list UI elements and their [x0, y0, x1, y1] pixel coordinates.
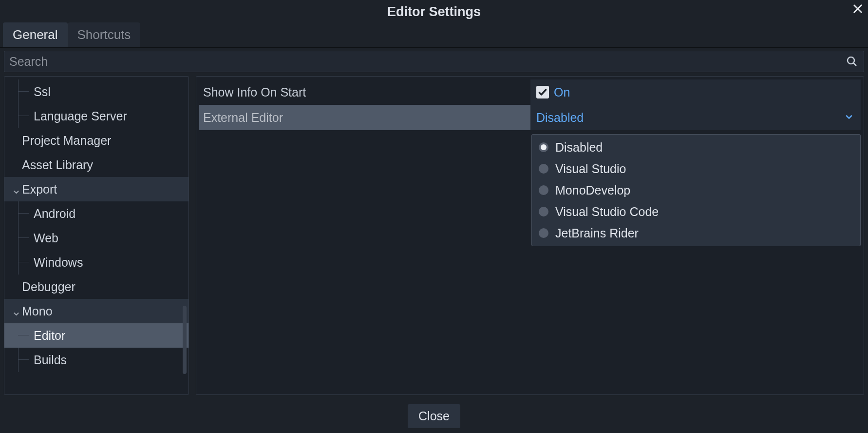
dropdown-option-monodevelop[interactable]: MonoDevelop — [532, 179, 860, 201]
chevron-down-icon: ⌄ — [11, 182, 21, 197]
option-label: Visual Studio Code — [555, 205, 659, 219]
radio-icon — [539, 164, 548, 174]
radio-icon — [539, 228, 548, 238]
sidebar-item-web[interactable]: Web — [4, 226, 189, 250]
sidebar-item-project-manager[interactable]: Project Manager — [4, 128, 189, 153]
radio-icon — [539, 142, 548, 152]
dropdown-option-disabled[interactable]: Disabled — [532, 137, 860, 158]
svg-line-3 — [853, 63, 856, 66]
sidebar-item-label: Builds — [34, 353, 67, 367]
dropdown-option-visual-studio-code[interactable]: Visual Studio Code — [532, 201, 860, 222]
radio-icon — [539, 207, 548, 216]
sidebar-item-label: Export — [22, 182, 57, 197]
prop-external-editor: External Editor Disabled — [199, 105, 861, 130]
checkbox-label: On — [554, 85, 570, 99]
prop-value-checkbox[interactable]: On — [530, 79, 861, 105]
sidebar-item-ssl[interactable]: Ssl — [4, 79, 189, 104]
sidebar-item-label: Mono — [22, 304, 53, 318]
sidebar-scrollbar[interactable] — [183, 306, 187, 374]
dropdown-value: Disabled — [536, 111, 584, 125]
option-label: Disabled — [555, 140, 603, 155]
dropdown-option-jetbrains-rider[interactable]: JetBrains Rider — [532, 222, 860, 244]
prop-label: Show Info On Start — [199, 85, 530, 99]
sidebar-item-editor[interactable]: Editor — [4, 323, 189, 348]
close-button[interactable]: Close — [408, 404, 460, 428]
tab-general[interactable]: General — [3, 22, 68, 47]
sidebar-item-language-server[interactable]: Language Server — [4, 104, 189, 128]
tab-shortcuts[interactable]: Shortcuts — [68, 22, 141, 47]
sidebar-tree: Ssl Language Server Project Manager Asse… — [4, 76, 189, 395]
sidebar-item-label: Web — [34, 231, 58, 245]
prop-label: External Editor — [199, 111, 530, 125]
chevron-down-icon — [844, 111, 854, 125]
tab-bar: General Shortcuts — [0, 23, 868, 48]
sidebar-item-windows[interactable]: Windows — [4, 250, 189, 275]
footer: Close — [0, 399, 868, 433]
sidebar-item-label: Project Manager — [22, 134, 111, 148]
sidebar-item-label: Editor — [34, 329, 65, 343]
sidebar-item-debugger[interactable]: Debugger — [4, 275, 189, 299]
option-label: Visual Studio — [555, 162, 626, 176]
option-label: JetBrains Rider — [555, 226, 639, 240]
sidebar-item-label: Windows — [34, 256, 83, 270]
sidebar-item-label: Asset Library — [22, 158, 93, 172]
svg-point-2 — [848, 57, 854, 64]
external-editor-dropdown-popup: Disabled Visual Studio MonoDevelop Visua… — [531, 134, 861, 246]
option-label: MonoDevelop — [555, 183, 630, 197]
sidebar-item-asset-library[interactable]: Asset Library — [4, 153, 189, 177]
window-title: Editor Settings — [387, 4, 481, 20]
sidebar-item-export[interactable]: ⌄Export — [4, 177, 189, 201]
search-row — [4, 51, 864, 72]
titlebar: Editor Settings — [0, 0, 868, 23]
properties-panel: Show Info On Start On External Editor Di… — [196, 76, 864, 395]
radio-icon — [539, 185, 548, 195]
search-input[interactable] — [9, 55, 845, 69]
sidebar-item-label: Language Server — [34, 109, 127, 123]
sidebar-item-label: Android — [34, 207, 75, 221]
sidebar-item-builds[interactable]: Builds — [4, 348, 189, 372]
checkbox-icon — [536, 86, 549, 98]
close-icon[interactable] — [852, 3, 863, 17]
prop-show-info-on-start: Show Info On Start On — [199, 79, 861, 105]
main-split: Ssl Language Server Project Manager Asse… — [0, 74, 868, 399]
dropdown-option-visual-studio[interactable]: Visual Studio — [532, 158, 860, 179]
chevron-down-icon: ⌄ — [11, 304, 21, 318]
search-icon[interactable] — [845, 55, 859, 68]
sidebar-item-label: Ssl — [34, 85, 51, 99]
sidebar-item-mono[interactable]: ⌄Mono — [4, 299, 189, 323]
sidebar-item-label: Debugger — [22, 280, 75, 294]
sidebar-item-android[interactable]: Android — [4, 201, 189, 226]
external-editor-dropdown[interactable]: Disabled — [530, 105, 861, 130]
